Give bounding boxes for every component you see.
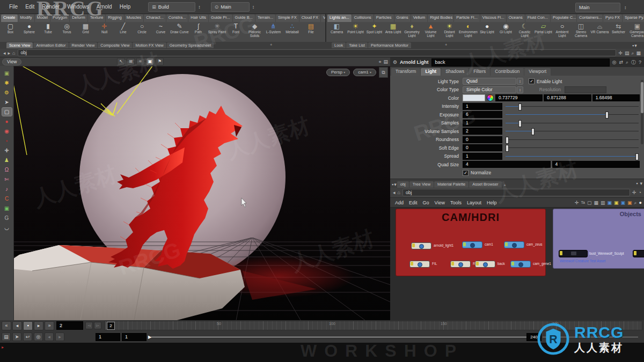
- menu-item[interactable]: Edit: [406, 200, 420, 206]
- pane-tab[interactable]: obj: [397, 181, 409, 188]
- take-selector[interactable]: Main: [575, 3, 620, 12]
- network-node[interactable]: REF: [450, 261, 471, 268]
- shelf-tool[interactable]: ◆ Platonic Solids: [245, 23, 264, 41]
- snapshot-icon[interactable]: ⧉: [379, 67, 388, 78]
- shelf-tool[interactable]: ✛ Null: [95, 23, 114, 41]
- parameter-tab[interactable]: Contribution: [491, 68, 524, 76]
- pane-tab[interactable]: Geometry Spreadsheet: [167, 42, 214, 48]
- pane-tab[interactable]: Look: [332, 42, 346, 48]
- shelf-tool[interactable]: ◉ GI Light: [496, 23, 515, 41]
- menu-item[interactable]: Edit: [21, 3, 38, 11]
- slider-handle[interactable]: [605, 112, 609, 119]
- display-options-icon[interactable]: ▤: [383, 58, 388, 65]
- shelf-tab[interactable]: Pyro FX: [603, 14, 622, 22]
- network-box-objects[interactable]: Objects bust_Werewolf_Sculpt wt5_M: [553, 209, 644, 269]
- orange-chip-icon[interactable]: ▣: [627, 200, 632, 206]
- quad-size-y-field[interactable]: 4: [552, 161, 640, 168]
- viewbar-tool-icon[interactable]: ↖: [117, 58, 125, 65]
- shelf-tool[interactable]: ▱ Portal Light: [534, 23, 553, 41]
- shelf-tab[interactable]: Simple FX: [276, 14, 299, 22]
- parameter-slider[interactable]: [506, 153, 639, 160]
- camera-selector[interactable]: cam1 ▾: [353, 69, 376, 76]
- search-icon[interactable]: ⌕: [626, 59, 628, 65]
- chevron-down-icon[interactable]: ▾: [640, 180, 642, 187]
- light-type-spinner[interactable]: ↕: [517, 78, 523, 85]
- shelf-tool[interactable]: ✳ Spray Paint: [208, 23, 226, 41]
- blue2-chip-icon[interactable]: ▣: [620, 200, 625, 206]
- color-swatch[interactable]: [463, 94, 485, 101]
- layout-icon[interactable]: ▦: [636, 50, 641, 56]
- shelf-tool[interactable]: ʃ Path: [189, 23, 208, 41]
- range-start-field[interactable]: 1: [96, 333, 120, 341]
- network-path-field[interactable]: obj: [402, 189, 630, 196]
- color-type-spinner[interactable]: ↕: [517, 86, 523, 93]
- color-r-field[interactable]: 0.737729: [495, 94, 543, 101]
- shelf-tab[interactable]: Rigid Bodies: [428, 14, 453, 22]
- range-sub-field[interactable]: 1: [122, 333, 147, 341]
- pane-tab[interactable]: Motion FX View: [133, 42, 166, 48]
- shelf-tool[interactable]: ⋔ L-System: [264, 23, 283, 41]
- viewport-tool-icon[interactable]: ▪: [2, 137, 12, 145]
- shelf-tool[interactable]: ▤ File: [302, 23, 320, 41]
- add-pane-tab-button[interactable]: +: [443, 42, 449, 47]
- light-type-dropdown[interactable]: Quad: [463, 78, 516, 85]
- parameter-slider[interactable]: [506, 103, 639, 110]
- take-spinner[interactable]: ↕: [623, 5, 628, 10]
- parameter-slider[interactable]: [506, 144, 639, 151]
- parameter-value-field[interactable]: 0: [463, 144, 502, 151]
- viewport-tool-icon[interactable]: ◡: [2, 224, 12, 232]
- select-keys-icon[interactable]: ➤: [12, 333, 21, 341]
- search-icon[interactable]: ⌕: [631, 50, 634, 56]
- viewbar-tool-icon[interactable]: ⊞: [127, 58, 135, 65]
- shelf-tab[interactable]: Hair Utls: [188, 14, 208, 22]
- next-keyframe-button[interactable]: ▻: [94, 322, 101, 329]
- slider-handle[interactable]: [531, 128, 535, 135]
- search-icon[interactable]: ⌕: [634, 200, 637, 206]
- parameter-value-field[interactable]: 1: [463, 103, 502, 110]
- text-icon[interactable]: Ta: [581, 200, 585, 206]
- grid-icon[interactable]: ▦: [594, 200, 598, 206]
- shelf-tool[interactable]: ~ Curve: [151, 23, 170, 41]
- shelf-tab[interactable]: Rigging: [106, 14, 123, 22]
- shelf-tab[interactable]: Lights an...: [327, 14, 352, 22]
- color-type-dropdown[interactable]: Simple Color: [463, 86, 516, 93]
- parameter-slider[interactable]: [506, 136, 639, 143]
- viewbar-tool-icon[interactable]: ≈: [136, 58, 144, 65]
- snap-icon[interactable]: ⌖: [378, 58, 381, 65]
- viewport-tool-icon[interactable]: ✚: [2, 146, 12, 154]
- stop-button[interactable]: ▪: [23, 321, 33, 330]
- current-frame-field[interactable]: 2: [56, 321, 83, 330]
- viewbar-tool-icon[interactable]: ⚑: [156, 58, 164, 65]
- shelf-tool[interactable]: ▲ Volume Light: [421, 23, 440, 41]
- shelf-tool[interactable]: ⇆ Switcher: [609, 23, 628, 41]
- add-icon[interactable]: ✛: [632, 189, 636, 196]
- pane-tab[interactable]: Take List: [346, 42, 368, 48]
- viewport-tool-icon[interactable]: ♟: [2, 156, 12, 164]
- shelf-tab[interactable]: Charact...: [144, 14, 166, 22]
- shelf-tab[interactable]: Constra...: [166, 14, 188, 22]
- shelf-tool[interactable]: ▢ Box: [1, 23, 20, 41]
- shelf-tool[interactable]: ○ Ambient Light: [553, 23, 572, 41]
- parameter-value-field[interactable]: 1: [463, 120, 502, 127]
- blue-chip-icon[interactable]: ▣: [607, 200, 612, 206]
- shelf-tab[interactable]: Particles: [374, 14, 394, 22]
- pane-tab[interactable]: Asset Browser: [469, 181, 501, 188]
- shelf-tab[interactable]: Volume: [321, 14, 325, 22]
- viewport-tool-icon[interactable]: ▣: [2, 204, 12, 212]
- node-name-field[interactable]: back: [431, 58, 610, 67]
- desktop-spinner[interactable]: ↕: [196, 4, 202, 10]
- color-b-field[interactable]: 1.68498: [592, 94, 640, 101]
- parameter-tab[interactable]: Viewport: [524, 68, 551, 76]
- parameter-slider[interactable]: [506, 120, 639, 127]
- info-icon[interactable]: ⓘ: [631, 59, 636, 65]
- pin-icon[interactable]: ◎: [612, 59, 617, 65]
- pane-tab[interactable]: Composite View: [98, 42, 132, 48]
- viewport-tool-icon[interactable]: ▢: [2, 108, 12, 116]
- auto-key-icon[interactable]: ▤: [2, 333, 11, 341]
- shelf-tool[interactable]: T Font: [226, 23, 245, 41]
- pane-menu-icon[interactable]: ▪: [632, 42, 634, 49]
- pane-tab[interactable]: Performance Monitor: [368, 42, 411, 48]
- columns-icon[interactable]: ▥: [601, 200, 605, 206]
- network-node[interactable]: wt5_M: [633, 250, 644, 257]
- shelf-tab[interactable]: Fluid Con...: [525, 14, 550, 22]
